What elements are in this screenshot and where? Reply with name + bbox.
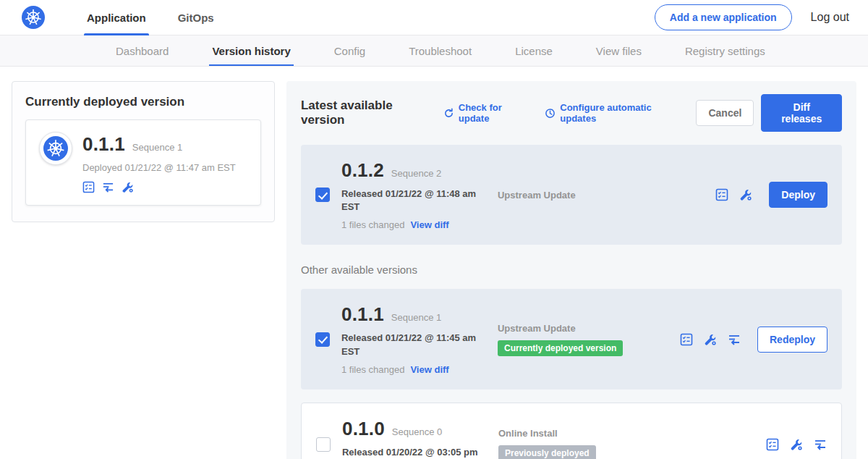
diff-icon[interactable]	[814, 438, 827, 451]
files-changed-label: 1 files changed	[341, 219, 404, 230]
diff-icon[interactable]	[102, 181, 114, 193]
files-changed-label: 1 files changed	[341, 364, 404, 375]
release-notes-icon[interactable]	[766, 438, 779, 451]
deployed-timestamp: Deployed 01/21/22 @ 11:47 am EST	[82, 162, 236, 173]
refresh-icon	[443, 108, 454, 119]
currently-deployed-card: Currently deployed version	[12, 81, 275, 222]
edit-config-icon[interactable]	[122, 181, 134, 193]
deployed-version-sequence: Sequence 1	[132, 142, 182, 153]
redeploy-button[interactable]: Redeploy	[757, 327, 827, 353]
topnav-right: Add a new application Log out	[655, 4, 849, 30]
subnav-dashboard[interactable]: Dashboard	[94, 35, 190, 66]
version-released: Released 01/21/22 @ 11:48 am EST	[341, 188, 486, 214]
version-released: Released 01/20/22 @ 03:05 pm EST	[342, 446, 487, 459]
version-checkbox[interactable]	[316, 437, 331, 452]
edit-config-icon[interactable]	[704, 333, 717, 346]
subnav-view-files[interactable]: View files	[574, 35, 663, 66]
app-kubernetes-icon	[39, 132, 72, 165]
version-released: Released 01/21/22 @ 11:45 am EST	[341, 332, 486, 358]
deployed-card-title: Currently deployed version	[25, 95, 261, 109]
version-checkbox[interactable]	[315, 332, 330, 347]
deployed-version-card: 0.1.1 Sequence 1 Deployed 01/21/22 @ 11:…	[25, 119, 261, 206]
release-notes-icon[interactable]	[680, 333, 693, 346]
latest-version-title: Latest available version	[301, 98, 430, 127]
latest-version-header: Latest available version Check for updat…	[301, 94, 842, 132]
version-history-panel: Latest available version Check for updat…	[286, 81, 856, 459]
version-sequence: Sequence 2	[391, 168, 441, 179]
version-row-0-1-2: 0.1.2 Sequence 2 Released 01/21/22 @ 11:…	[301, 145, 842, 245]
version-source: Upstream Update	[498, 323, 680, 334]
deploy-button[interactable]: Deploy	[769, 182, 827, 208]
version-row-0-1-1: 0.1.1 Sequence 1 Released 01/21/22 @ 11:…	[301, 289, 842, 389]
edit-config-icon[interactable]	[790, 438, 803, 451]
release-notes-icon[interactable]	[715, 188, 728, 201]
subnav-license[interactable]: License	[493, 35, 574, 66]
configure-automatic-updates-label: Configure automatic updates	[560, 102, 680, 124]
schedule-icon	[545, 108, 556, 119]
version-number: 0.1.0	[342, 418, 385, 440]
version-sequence: Sequence 1	[391, 312, 441, 323]
subnav-registry-settings[interactable]: Registry settings	[663, 35, 787, 66]
subnav-config[interactable]: Config	[312, 35, 387, 66]
topnav-tabs: Application GitOps	[71, 0, 230, 35]
main-content: Currently deployed version	[0, 67, 868, 459]
top-nav: Application GitOps Add a new application…	[0, 0, 868, 35]
version-number: 0.1.2	[341, 159, 384, 182]
version-row-0-1-0: 0.1.0 Sequence 0 Released 01/20/22 @ 03:…	[301, 403, 842, 459]
previously-deployed-badge: Previously deployed	[498, 445, 596, 459]
diff-releases-button[interactable]: Diff releases	[761, 94, 842, 132]
release-notes-icon[interactable]	[82, 181, 95, 193]
version-source: Upstream Update	[498, 190, 680, 201]
check-for-update-label: Check for update	[459, 102, 529, 124]
version-checkbox[interactable]	[315, 188, 330, 202]
version-source: Online Install	[498, 428, 681, 439]
version-sequence: Sequence 0	[392, 426, 442, 437]
configure-automatic-updates-link[interactable]: Configure automatic updates	[545, 102, 680, 124]
check-for-update-link[interactable]: Check for update	[443, 102, 529, 124]
add-new-application-button[interactable]: Add a new application	[655, 4, 792, 30]
deployed-version-number: 0.1.1	[82, 133, 125, 156]
subnav-version-history[interactable]: Version history	[190, 35, 312, 66]
logout-link[interactable]: Log out	[811, 11, 849, 24]
other-versions-title: Other available versions	[301, 264, 842, 276]
subnav-troubleshoot[interactable]: Troubleshoot	[387, 35, 493, 66]
cancel-button[interactable]: Cancel	[696, 100, 754, 126]
tab-gitops[interactable]: GitOps	[162, 0, 230, 35]
kubernetes-logo-icon	[22, 6, 45, 29]
tab-application[interactable]: Application	[71, 0, 162, 35]
edit-config-icon[interactable]	[739, 188, 752, 201]
app-subnav: Dashboard Version history Config Trouble…	[0, 35, 868, 67]
view-diff-link[interactable]: View diff	[410, 364, 448, 375]
view-diff-link[interactable]: View diff	[410, 219, 448, 230]
version-number: 0.1.1	[341, 303, 384, 326]
currently-deployed-badge: Currently deployed version	[498, 340, 623, 356]
diff-icon[interactable]	[728, 333, 741, 346]
